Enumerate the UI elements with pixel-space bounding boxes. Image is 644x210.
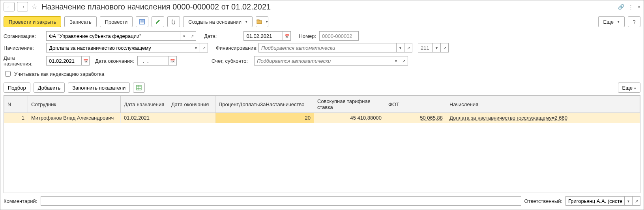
date-label: Дата: [204,33,217,39]
back-button[interactable]: ← [4,2,15,11]
more-button[interactable]: Еще [598,16,625,27]
financing-label: Финансирование: [216,45,255,51]
col-assign-date[interactable]: Дата назначения [121,96,168,113]
link-icon[interactable]: 🔗 [618,4,624,10]
cell-n[interactable]: 1 [4,113,28,123]
end-date-calendar-icon[interactable]: 📅 [169,56,177,66]
cell-accruals[interactable]: Доплата за наставничество госслужащему=2… [446,113,640,123]
svg-rect-6 [137,85,141,90]
edit-icon[interactable] [152,16,164,27]
indexation-checkbox[interactable] [5,71,11,77]
cell-employee[interactable]: Митрофанов Влад Александрович [28,113,121,123]
assign-date-label: Дата назначения: [4,55,43,67]
org-dropdown-icon[interactable]: ▾ [180,31,188,41]
col-employee[interactable]: Сотрудник [28,96,121,113]
financing-dropdown-icon[interactable]: ▾ [397,43,404,52]
account-label: Счет, субконто: [212,58,251,64]
report-icon[interactable] [136,16,148,27]
col-n[interactable]: N [4,96,28,113]
help-button[interactable]: ? [628,16,640,27]
responsible-label: Ответственный: [524,198,562,204]
col-tariff[interactable]: Совокупная тарифная ставка [314,96,385,113]
assign-date-calendar-icon[interactable]: 📅 [82,56,90,66]
responsible-input[interactable] [565,196,625,206]
account-open-icon[interactable]: ↗ [400,56,408,66]
comment-label: Комментарий: [4,198,37,204]
table-more-button[interactable]: Еще [618,82,640,93]
accruals-link[interactable]: Доплата за наставничество госслужащему=2… [449,115,567,121]
kbk-dropdown-icon[interactable]: ▾ [433,43,441,52]
col-accruals[interactable]: Начисления [446,96,640,113]
col-end-date[interactable]: Дата окончания [168,96,215,113]
responsible-dropdown-icon[interactable]: ▾ [625,196,633,206]
org-input[interactable] [46,31,180,41]
date-calendar-icon[interactable]: 📅 [283,31,291,41]
number-label: Номер: [299,33,316,39]
favorite-star-icon[interactable]: ☆ [31,2,37,11]
cell-percent[interactable]: 20 [215,113,314,123]
kbk-input [418,43,433,52]
cell-fot[interactable]: 50 065,88 [385,113,446,123]
attachment-icon[interactable] [167,16,180,27]
kbk-open-icon[interactable]: ↗ [441,43,449,52]
org-open-icon[interactable]: ↗ [188,31,196,41]
add-row-button[interactable]: Добавить [34,82,65,93]
assign-date-input[interactable] [46,56,82,66]
cell-assign-date[interactable]: 01.02.2021 [121,113,168,123]
create-based-button[interactable]: Создать на основании [183,16,253,27]
col-percent[interactable]: ПроцентДоплатыЗаНаставничество [215,96,314,113]
forward-button[interactable]: → [17,2,28,11]
close-icon[interactable]: × [637,4,640,10]
cell-end-date[interactable] [168,113,215,123]
accrual-label: Начисление: [4,45,43,51]
accrual-input[interactable] [46,43,192,52]
account-input[interactable] [254,56,392,66]
window-title: Назначение планового начисления 0000-000… [41,2,616,11]
accrual-open-icon[interactable]: ↗ [200,43,208,52]
cell-tariff[interactable]: 45 410,88000 [314,113,385,123]
end-date-label: Дата окончания: [95,58,134,64]
fill-indicators-button[interactable]: Заполнить показатели [68,82,130,93]
table-row[interactable]: 1 Митрофанов Влад Александрович 01.02.20… [4,113,640,123]
end-date-input[interactable] [137,56,169,66]
col-fot[interactable]: ФОТ [385,96,446,113]
indexation-label: Учитывать как индексацию заработка [14,71,104,77]
post-and-close-button[interactable]: Провести и закрыть [4,16,61,27]
save-button[interactable]: Записать [64,16,97,27]
folder-icon-button[interactable] [256,16,268,27]
comment-input[interactable] [41,196,521,206]
pick-button[interactable]: Подбор [4,82,30,93]
date-input[interactable] [243,31,283,41]
data-table[interactable]: N Сотрудник Дата назначения Дата окончан… [4,95,640,193]
post-button[interactable]: Провести [100,16,133,27]
org-label: Организация: [4,33,43,39]
responsible-open-icon[interactable]: ↗ [633,196,640,206]
financing-input[interactable] [258,43,397,52]
fot-link[interactable]: 50 065,88 [420,115,443,121]
number-input [319,31,359,41]
accrual-dropdown-icon[interactable]: ▾ [192,43,200,52]
financing-open-icon[interactable]: ↗ [404,43,412,52]
svg-rect-5 [257,20,259,21]
table-settings-icon[interactable] [133,82,145,93]
settings-icon[interactable]: ⋮ [628,4,633,10]
account-dropdown-icon[interactable]: ▾ [392,56,400,66]
